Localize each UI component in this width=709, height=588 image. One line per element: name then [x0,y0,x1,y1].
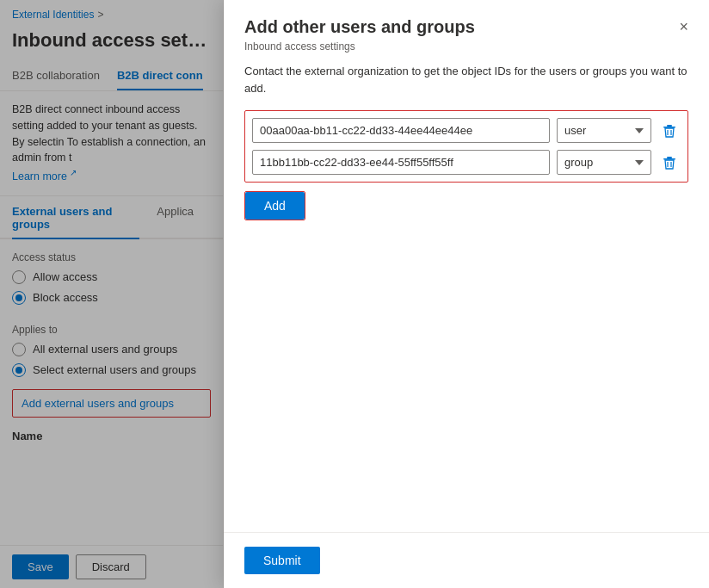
modal-body: user group user g [224,110,709,532]
modal-close-button[interactable]: × [679,19,688,34]
submit-button[interactable]: Submit [244,547,320,574]
add-entry-button[interactable]: Add [245,192,305,220]
entry-input-2[interactable] [252,150,550,175]
svg-rect-4 [667,157,672,158]
delete-entry-2-button[interactable] [658,152,681,174]
svg-rect-5 [663,158,675,160]
modal-subtitle: Inbound access settings [224,40,709,63]
entry-type-select-2[interactable]: user group [557,150,651,175]
modal-panel: Add other users and groups × Inbound acc… [224,0,709,588]
modal-title: Add other users and groups [244,17,475,37]
modal-description: Contact the external organization to get… [224,63,709,110]
trash-icon [662,123,677,139]
add-row-box: Add [244,191,305,220]
entry-input-1[interactable] [252,118,550,143]
modal-footer: Submit [224,532,709,588]
modal-header: Add other users and groups × [224,0,709,40]
delete-entry-1-button[interactable] [658,120,681,142]
entry-row-2: user group [252,150,681,175]
svg-rect-1 [663,127,675,128]
entry-type-select-1[interactable]: user group [557,118,651,143]
entry-row-1: user group [252,118,681,143]
entries-box: user group user g [244,110,688,183]
trash-icon-2 [662,155,677,170]
svg-rect-0 [667,125,672,127]
